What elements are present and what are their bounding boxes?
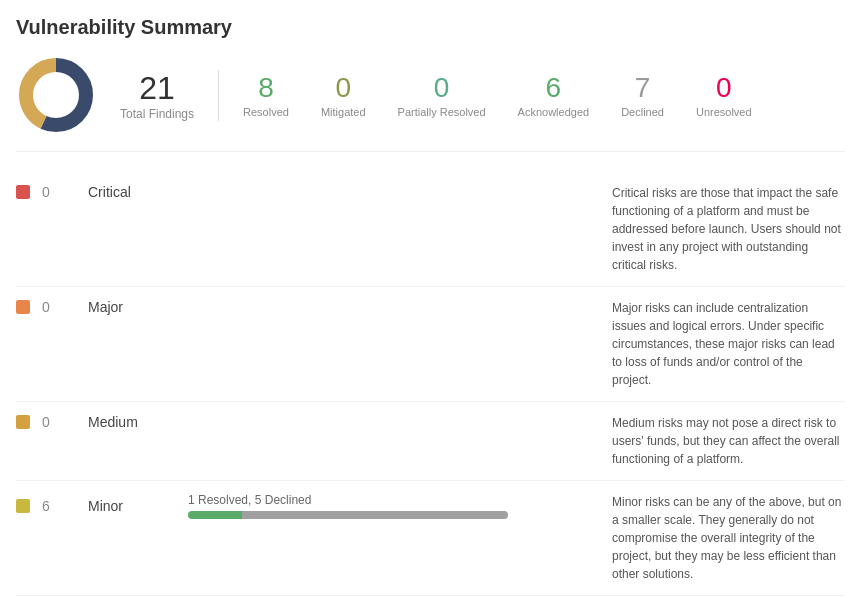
finding-left: 6Minor1 Resolved, 5 Declined [16, 493, 596, 519]
bar-track [188, 511, 508, 519]
total-findings: 21 Total Findings [96, 70, 219, 121]
bar-segment [188, 511, 242, 519]
stat-item-resolved: 8Resolved [243, 72, 289, 118]
finding-count: 6 [42, 498, 72, 514]
finding-row: 0MediumMedium risks may not pose a direc… [16, 402, 845, 481]
finding-row: 0MajorMajor risks can include centraliza… [16, 287, 845, 402]
svg-point-2 [36, 75, 76, 115]
finding-left: 0Critical [16, 184, 596, 200]
bar-segment [242, 511, 508, 519]
finding-count: 0 [42, 414, 72, 430]
finding-bar-section: 1 Resolved, 5 Declined [188, 493, 596, 519]
page-title: Vulnerability Summary [16, 16, 845, 39]
stat-label: Resolved [243, 106, 289, 118]
total-findings-label: Total Findings [120, 107, 194, 121]
finding-left: 0Medium [16, 414, 596, 430]
finding-left: 0Major [16, 299, 596, 315]
finding-name: Medium [88, 414, 188, 430]
stat-label: Unresolved [696, 106, 752, 118]
stat-number: 7 [635, 72, 651, 104]
severity-dot [16, 415, 30, 429]
severity-dot [16, 185, 30, 199]
stat-item-unresolved: 0Unresolved [696, 72, 752, 118]
stat-number: 8 [258, 72, 274, 104]
stat-number: 0 [434, 72, 450, 104]
stat-item-declined: 7Declined [621, 72, 664, 118]
stats-group: 8Resolved0Mitigated0Partially Resolved6A… [243, 72, 752, 118]
stat-item-mitigated: 0Mitigated [321, 72, 366, 118]
stat-label: Declined [621, 106, 664, 118]
stat-number: 0 [335, 72, 351, 104]
finding-count: 0 [42, 299, 72, 315]
stat-label: Acknowledged [518, 106, 590, 118]
severity-dot [16, 300, 30, 314]
finding-count: 0 [42, 184, 72, 200]
stat-number: 6 [546, 72, 562, 104]
finding-description: Critical risks are those that impact the… [596, 184, 845, 274]
finding-description: Medium risks may not pose a direct risk … [596, 414, 845, 468]
stat-item-acknowledged: 6Acknowledged [518, 72, 590, 118]
finding-row: 0CriticalCritical risks are those that i… [16, 172, 845, 287]
finding-description: Major risks can include centralization i… [596, 299, 845, 389]
stat-label: Partially Resolved [398, 106, 486, 118]
findings-list: 0CriticalCritical risks are those that i… [16, 172, 845, 598]
finding-name: Major [88, 299, 188, 315]
severity-dot [16, 499, 30, 513]
summary-row: 21 Total Findings 8Resolved0Mitigated0Pa… [16, 55, 845, 152]
stat-label: Mitigated [321, 106, 366, 118]
finding-name: Minor [88, 498, 188, 514]
donut-chart [16, 55, 96, 135]
stat-item-partially-resolved: 0Partially Resolved [398, 72, 486, 118]
finding-name: Critical [88, 184, 188, 200]
finding-row: 6Minor1 Resolved, 5 DeclinedMinor risks … [16, 481, 845, 596]
total-findings-number: 21 [139, 70, 175, 107]
stat-number: 0 [716, 72, 732, 104]
bar-label: 1 Resolved, 5 Declined [188, 493, 596, 507]
finding-description: Minor risks can be any of the above, but… [596, 493, 845, 583]
